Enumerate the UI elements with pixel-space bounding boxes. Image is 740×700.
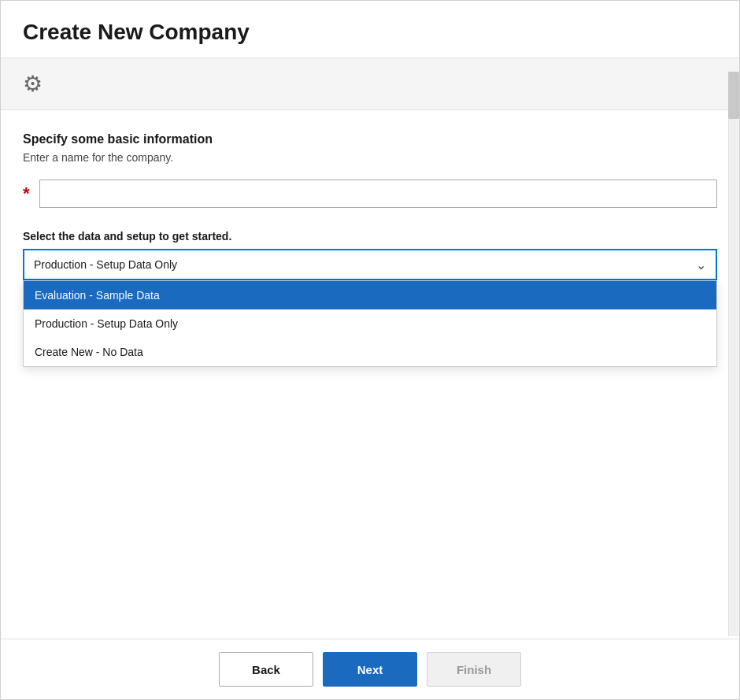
dropdown-item-create-new[interactable]: Create New - No Data (24, 338, 716, 366)
select-label: Select the data and setup to get started… (23, 230, 717, 243)
dropdown-wrapper: Production - Setup Data Only ⌄ Evaluatio… (23, 249, 717, 280)
close-button[interactable] (711, 20, 717, 45)
next-button[interactable]: Next (323, 652, 417, 687)
dropdown-selected[interactable]: Production - Setup Data Only ⌄ (23, 249, 717, 280)
company-name-input[interactable] (39, 180, 717, 208)
gear-icon: ⚙ (23, 72, 43, 96)
chevron-down-icon: ⌄ (696, 257, 706, 272)
create-company-dialog: Create New Company (0, 0, 740, 700)
company-name-field-row: * (23, 180, 717, 208)
expand-button[interactable] (695, 20, 701, 45)
dialog-header: Create New Company (1, 1, 739, 57)
section-title: Specify some basic information (23, 132, 717, 146)
finish-button: Finish (427, 652, 521, 687)
dialog-body: Specify some basic information Enter a n… (1, 110, 739, 639)
back-button[interactable]: Back (219, 652, 313, 687)
dropdown-item-evaluation[interactable]: Evaluation - Sample Data (24, 281, 716, 309)
dropdown-selected-text: Production - Setup Data Only (34, 258, 177, 271)
section-subtitle: Enter a name for the company. (23, 151, 717, 164)
dialog-footer: Back Next Finish (1, 639, 739, 699)
header-actions (695, 20, 717, 45)
gear-icon-wrapper: ⚙ (23, 71, 43, 97)
dropdown-list: Evaluation - Sample Data Production - Se… (23, 280, 717, 367)
dialog-title: Create New Company (23, 20, 250, 45)
required-star: * (23, 185, 30, 202)
wizard-icon-bar: ⚙ (1, 57, 739, 110)
dropdown-item-production[interactable]: Production - Setup Data Only (24, 309, 716, 338)
